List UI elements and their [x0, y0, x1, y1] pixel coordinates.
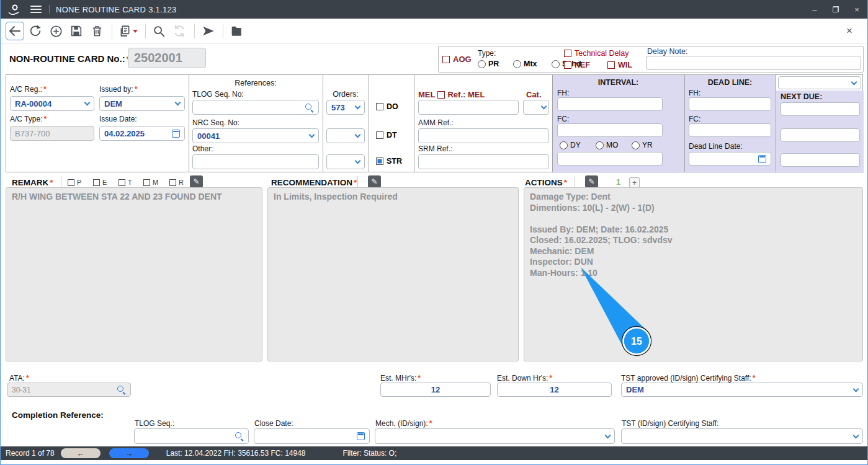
- orders-combo-1[interactable]: 573: [326, 100, 365, 115]
- issued-by-combo[interactable]: DEM: [99, 96, 185, 111]
- type-radio-mtx[interactable]: Mtx: [513, 60, 537, 68]
- remark-textarea[interactable]: R/H WING BETWEEN STA 22 AND 23 FOUND DEN…: [6, 187, 262, 361]
- ata-field[interactable]: 30-31: [7, 383, 131, 397]
- previous-record-button[interactable]: ←: [61, 448, 101, 458]
- interval-radio-dy[interactable]: DY: [560, 141, 581, 149]
- interval-period-input[interactable]: [557, 152, 663, 166]
- recommendation-edit-button[interactable]: ✎: [368, 175, 381, 188]
- menu-icon[interactable]: [30, 6, 42, 13]
- delay-note-input[interactable]: [646, 56, 861, 70]
- status-bar: Record 1 of 78 ← → Last: 12.04.2022 FH: …: [1, 446, 867, 460]
- srm-ref-input[interactable]: [418, 154, 549, 169]
- close-window-button[interactable]: ×: [846, 0, 867, 19]
- back-button[interactable]: [6, 22, 24, 40]
- next-due-combo[interactable]: [778, 76, 861, 89]
- interval-fc-input[interactable]: [557, 123, 663, 137]
- deadline-fc-input[interactable]: [689, 123, 771, 137]
- interval-radio-mo[interactable]: MO: [596, 141, 618, 149]
- chevron-down-icon: [851, 79, 857, 85]
- search-button[interactable]: [150, 22, 168, 40]
- wil-checkbox[interactable]: WIL: [607, 61, 632, 69]
- references-title: References:: [189, 79, 323, 87]
- issue-date-input[interactable]: 04.02.2025: [99, 126, 185, 141]
- titlebar-divider: [49, 5, 50, 14]
- actions-textarea[interactable]: Damage Type: Dent Dimentions: 10(L) - 2(…: [524, 187, 863, 361]
- toolbar-separator: [223, 24, 223, 38]
- documents-button[interactable]: [227, 22, 246, 40]
- minimize-button[interactable]: –: [804, 0, 825, 19]
- completion-tlog-input[interactable]: [134, 428, 249, 444]
- tlog-seq-input[interactable]: [192, 100, 319, 115]
- mel-checkbox[interactable]: [437, 91, 445, 99]
- checkbox-icon: [143, 179, 150, 186]
- nef-checkbox[interactable]: NEF: [564, 61, 590, 69]
- technical-delay-checkbox[interactable]: Technical Delay: [564, 49, 629, 58]
- remark-checkbox-t[interactable]: T: [119, 179, 132, 186]
- nrc-seq-combo[interactable]: 00041: [192, 128, 319, 143]
- mech-combo[interactable]: [375, 428, 615, 444]
- remark-edit-button[interactable]: ✎: [190, 175, 203, 188]
- other-ref-input[interactable]: [192, 154, 319, 169]
- do-checkbox[interactable]: DO: [376, 102, 398, 111]
- calendar-icon[interactable]: [357, 432, 365, 440]
- folder-icon: [230, 24, 243, 38]
- remark-checkbox-p[interactable]: P: [68, 179, 81, 186]
- close-date-input[interactable]: [254, 428, 370, 444]
- checkbox-icon: [169, 179, 176, 186]
- completion-tlog-label: TLOG Seq.:: [135, 419, 174, 428]
- actions-add-tab-button[interactable]: +: [629, 177, 640, 188]
- mel-ref-input[interactable]: [418, 100, 519, 115]
- next-due-input-1[interactable]: [781, 102, 860, 116]
- amm-ref-input[interactable]: [418, 128, 549, 143]
- card-number-label: NON-ROUTINE CARD No.:*: [9, 53, 130, 64]
- actions-edit-button[interactable]: ✎: [585, 175, 598, 188]
- app-window: NONE ROUTINE CARD 3.1.123 – ×: [0, 0, 868, 465]
- cat-combo[interactable]: [523, 100, 549, 115]
- remark-checkbox-e[interactable]: E: [93, 179, 107, 186]
- calendar-icon[interactable]: [172, 130, 180, 138]
- next-due-input-2[interactable]: [781, 128, 860, 142]
- ac-reg-combo[interactable]: RA-00004: [10, 96, 94, 111]
- calendar-icon[interactable]: [758, 155, 766, 163]
- aog-checkbox[interactable]: AOG: [442, 55, 472, 64]
- copy-button[interactable]: [116, 22, 140, 40]
- next-record-button[interactable]: →: [109, 448, 149, 458]
- next-due-input-3[interactable]: [781, 153, 860, 167]
- radio-icon: [478, 60, 486, 68]
- save-button[interactable]: [67, 22, 86, 40]
- search-lookup-icon[interactable]: [305, 103, 314, 112]
- remark-checkbox-m[interactable]: M: [143, 179, 158, 186]
- sync-button-disabled[interactable]: [170, 22, 189, 40]
- checkbox-icon: [93, 179, 100, 186]
- interval-fc-label: FC:: [557, 115, 569, 123]
- send-button[interactable]: [199, 22, 217, 40]
- deadline-fh-input[interactable]: [689, 97, 771, 111]
- checkbox-icon: [376, 103, 383, 110]
- completion-tst-combo[interactable]: [621, 428, 863, 444]
- chevron-down-icon: [853, 432, 859, 438]
- est-down-hrs-input[interactable]: 12: [497, 383, 612, 397]
- orders-combo-3[interactable]: [326, 154, 365, 169]
- est-mhrs-input[interactable]: 12: [380, 383, 491, 397]
- orders-combo-2[interactable]: [326, 128, 365, 143]
- remark-checkbox-r[interactable]: R: [169, 179, 184, 186]
- deadline-date-input[interactable]: [689, 152, 771, 166]
- recommendation-textarea[interactable]: In Limits, Inspection Required: [267, 187, 519, 361]
- radio-icon: [596, 141, 604, 149]
- type-radio-pr[interactable]: PR: [478, 60, 499, 68]
- interval-fh-input[interactable]: [557, 97, 663, 111]
- delete-button[interactable]: [87, 22, 106, 40]
- dt-checkbox[interactable]: DT: [376, 131, 397, 140]
- restore-button[interactable]: [825, 0, 846, 19]
- chevron-down-icon: [309, 132, 315, 138]
- search-lookup-icon[interactable]: [117, 385, 126, 394]
- close-form-button[interactable]: ×: [846, 25, 852, 37]
- search-lookup-icon[interactable]: [235, 432, 244, 441]
- tst-approved-combo[interactable]: DEM: [621, 383, 863, 397]
- interval-radio-yr[interactable]: YR: [632, 141, 653, 149]
- checkbox-icon: [564, 61, 571, 69]
- str-checkbox-checked[interactable]: STR: [376, 157, 402, 166]
- add-button[interactable]: [47, 22, 65, 40]
- refresh-button[interactable]: [26, 22, 45, 40]
- mel-header: MEL Ref.: MEL: [418, 90, 485, 99]
